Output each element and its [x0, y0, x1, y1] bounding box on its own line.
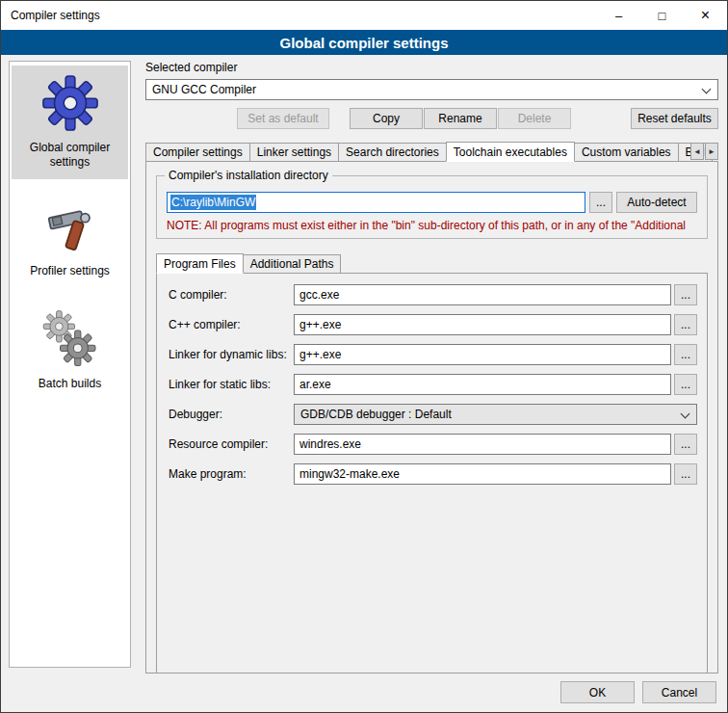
install-dir-group-label: Compiler's installation directory [165, 169, 332, 182]
compiler-select[interactable]: GNU GCC Compiler [145, 79, 718, 100]
install-dir-row: C:\raylib\MinGW ... Auto-detect [167, 192, 697, 213]
install-dir-note: NOTE: All programs must exist either in … [167, 219, 697, 232]
tab-search-directories[interactable]: Search directories [338, 143, 447, 161]
cancel-button[interactable]: Cancel [642, 681, 716, 703]
program-tabstrip: Program Files Additional Paths [156, 252, 708, 273]
dialog-footer: OK Cancel [560, 681, 716, 703]
field-row-debugger: Debugger: GDB/CDB debugger : Default [169, 404, 697, 425]
c-compiler-browse-button[interactable]: ... [674, 284, 697, 305]
maximize-icon[interactable]: □ [640, 1, 684, 30]
tab-scroll-controls: ◄ ► [689, 143, 718, 160]
spacer [329, 108, 350, 129]
debugger-label: Debugger: [169, 408, 294, 421]
chevron-down-icon [681, 409, 690, 419]
tab-additional-paths[interactable]: Additional Paths [243, 254, 342, 273]
copy-button[interactable]: Copy [350, 108, 423, 129]
dynamic-linker-label: Linker for dynamic libs: [169, 348, 294, 361]
spacer [571, 108, 631, 129]
sidebar-item-profiler-settings[interactable]: Profiler settings [12, 193, 128, 288]
close-icon[interactable]: × [684, 1, 727, 30]
tab-toolchain-executables[interactable]: Toolchain executables [446, 142, 575, 162]
c-compiler-input[interactable] [294, 284, 671, 305]
set-as-default-button[interactable]: Set as default [237, 108, 329, 129]
field-row-c-compiler: C compiler: ... [169, 284, 697, 305]
delete-button[interactable]: Delete [498, 108, 571, 129]
make-program-label: Make program: [169, 467, 294, 481]
tab-scroll-left-icon[interactable]: ◄ [690, 143, 704, 160]
make-program-input[interactable] [294, 463, 671, 485]
spacer [145, 108, 237, 129]
auto-detect-button[interactable]: Auto-detect [616, 192, 697, 213]
tab-scroll-right-icon[interactable]: ► [705, 143, 718, 160]
minimize-icon[interactable]: – [597, 1, 640, 30]
rename-button[interactable]: Rename [424, 108, 497, 129]
tab-linker-settings[interactable]: Linker settings [249, 143, 339, 161]
static-linker-label: Linker for static libs: [169, 378, 294, 391]
field-row-cpp-compiler: C++ compiler: ... [169, 314, 697, 335]
static-linker-input[interactable] [294, 374, 671, 395]
field-row-make-program: Make program: ... [169, 463, 697, 485]
cpp-compiler-input[interactable] [294, 314, 671, 335]
resource-compiler-browse-button[interactable]: ... [674, 434, 697, 455]
compiler-settings-window: Compiler settings – □ × Global compiler … [0, 0, 728, 713]
resource-compiler-input[interactable] [294, 434, 671, 455]
debugger-select[interactable]: GDB/CDB debugger : Default [294, 404, 697, 425]
resource-compiler-label: Resource compiler: [169, 437, 294, 451]
sidebar: Global compiler settings Profiler settin… [9, 61, 131, 668]
static-linker-browse-button[interactable]: ... [674, 374, 697, 395]
sidebar-item-label: Batch builds [39, 377, 101, 391]
tab-compiler-settings[interactable]: Compiler settings [145, 143, 250, 161]
profiler-tool-icon [42, 200, 98, 256]
window-controls: – □ × [597, 1, 727, 30]
selected-compiler-label: Selected compiler [145, 61, 718, 74]
c-compiler-label: C compiler: [169, 288, 294, 302]
titlebar: Compiler settings – □ × [1, 1, 727, 30]
gears-icon [40, 309, 100, 369]
dialog-banner: Global compiler settings [1, 30, 727, 55]
ok-button[interactable]: OK [560, 681, 635, 703]
gear-icon [40, 73, 100, 133]
window-title: Compiler settings [1, 9, 597, 22]
compiler-actions: Set as default Copy Rename Delete Reset … [145, 108, 718, 129]
program-files-panel: C compiler: ... C++ compiler: ... Linker… [156, 273, 708, 673]
field-row-static-linker: Linker for static libs: ... [169, 374, 697, 395]
debugger-select-value: GDB/CDB debugger : Default [300, 408, 452, 421]
install-dir-browse-button[interactable]: ... [589, 192, 612, 213]
settings-tabstrip: Compiler settings Linker settings Search… [145, 141, 718, 161]
toolchain-executables-panel: Compiler's installation directory C:\ray… [145, 161, 718, 673]
main-content: Selected compiler GNU GCC Compiler Set a… [145, 61, 718, 673]
compiler-select-value: GNU GCC Compiler [152, 83, 256, 96]
dynamic-linker-browse-button[interactable]: ... [674, 344, 697, 365]
chevron-down-icon [702, 85, 712, 94]
dynamic-linker-input[interactable] [294, 344, 671, 365]
sidebar-item-global-compiler-settings[interactable]: Global compiler settings [12, 66, 128, 179]
cpp-compiler-browse-button[interactable]: ... [674, 314, 697, 335]
tab-program-files[interactable]: Program Files [156, 253, 244, 274]
field-row-resource-compiler: Resource compiler: ... [169, 434, 697, 455]
install-dir-selected-text: C:\raylib\MinGW [170, 195, 256, 210]
install-dir-input[interactable]: C:\raylib\MinGW [167, 192, 585, 213]
reset-defaults-button[interactable]: Reset defaults [631, 108, 718, 129]
install-dir-groupbox: Compiler's installation directory C:\ray… [156, 175, 708, 239]
sidebar-item-label: Profiler settings [30, 264, 110, 278]
field-row-dynamic-linker: Linker for dynamic libs: ... [169, 344, 697, 365]
tab-custom-variables[interactable]: Custom variables [574, 143, 679, 161]
sidebar-item-batch-builds[interactable]: Batch builds [12, 302, 128, 401]
cpp-compiler-label: C++ compiler: [169, 318, 294, 331]
sidebar-item-label: Global compiler settings [15, 141, 124, 170]
make-program-browse-button[interactable]: ... [674, 463, 697, 485]
